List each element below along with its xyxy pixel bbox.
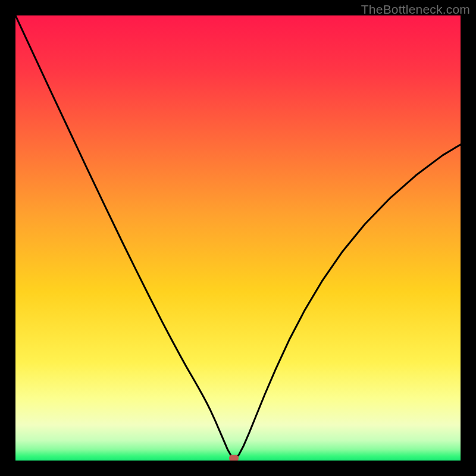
chart-frame: TheBottleneck.com [0,0,476,476]
bottleneck-curve [15,15,461,458]
optimum-marker [229,455,239,461]
watermark-text: TheBottleneck.com [361,2,470,17]
curve-layer [15,15,461,461]
plot-area [15,15,461,461]
